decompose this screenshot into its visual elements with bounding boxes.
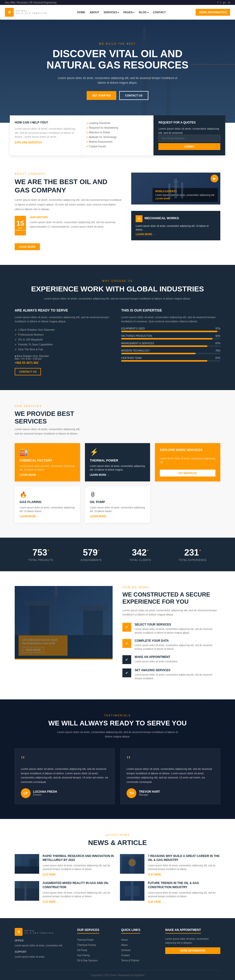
- mechanical-learn-link[interactable]: LEARN MORE →: [136, 233, 155, 235]
- news-card-1: RAPID THERMAL RESEARCH AND INNOVATION IN…: [15, 854, 115, 877]
- svg-rect-16: [169, 184, 170, 198]
- footer-support-label: SUPPORT: [15, 950, 70, 954]
- news-title-4: FUTURE TRENDS IN THE OIL & GAS CONSTRUCT…: [148, 881, 220, 889]
- footer-link-4[interactable]: Contact: [121, 954, 129, 957]
- progress-team: CERTIFIED TEAM 87%: [121, 357, 220, 362]
- read-more-button[interactable]: READ MORE: [15, 243, 40, 250]
- nav-services[interactable]: SERVICES: [104, 11, 119, 14]
- explore-services-link[interactable]: EXPLORE SERVICES: [15, 141, 42, 144]
- linkedin-link[interactable]: in: [228, 1, 230, 4]
- step-1-title: SELECT YOUR SERVICES: [135, 623, 220, 626]
- footer-service-3[interactable]: Oil Pump: [77, 949, 87, 951]
- stat-assessments: 579⁺ Assessments: [81, 547, 102, 562]
- gas-learn-link[interactable]: LEARN MORE →: [20, 515, 39, 518]
- svg-point-32: [129, 859, 136, 866]
- twitter-link[interactable]: t: [220, 1, 221, 4]
- news-content-4: FUTURE TRENDS IN THE OIL & GAS CONSTRUCT…: [148, 881, 220, 904]
- global-contact-button[interactable]: CONTACT US: [15, 368, 41, 375]
- play-button[interactable]: ▶: [211, 175, 218, 182]
- footer-service-1[interactable]: Thermal Power: [77, 939, 94, 941]
- contact-us-button[interactable]: CONTACT US: [119, 91, 148, 100]
- progress-technology-pct: 75%: [215, 349, 220, 352]
- news-title: NEWS & ARTICLE: [15, 839, 220, 847]
- logo[interactable]: ⚙ PETROL OIL & GAS TEMPLATE: [5, 8, 47, 17]
- footer-appt-button[interactable]: MORE INFORMATION: [165, 947, 220, 954]
- testimonials-title: WE WILL ALWAYS READY TO SERVE YOU: [15, 719, 220, 727]
- footer-link-3[interactable]: Services: [121, 949, 131, 951]
- global-right-col: THIS IS OUR EXPERTISE Lorem ipsum dolor …: [121, 308, 220, 375]
- quote-submit-button[interactable]: SUBMIT: [158, 143, 220, 150]
- services-section: OUR SERVICES WE PROVIDE BEST SERVICES Lo…: [0, 390, 235, 538]
- news-link-1[interactable]: CLIC HERE →: [43, 873, 59, 876]
- info-bar: HOW CAN I HELP YOU? Lorem ipsum dolor si…: [10, 115, 225, 155]
- info-col-quote: REQUEST FOR A QUOTES Lorem ipsum dolor s…: [153, 115, 225, 155]
- logo-icon: ⚙: [5, 8, 14, 17]
- step-1-text: SELECT YOUR SERVICES Lorem ipsum dolor s…: [135, 623, 220, 635]
- global-eyebrow: WHY CHOOSE US: [15, 280, 220, 282]
- stat-projects-label: Total Projects: [28, 559, 53, 562]
- about-text: Lorem ipsum dolor sit amet, consectetur …: [15, 197, 121, 212]
- news-link-3[interactable]: CLIC HERE →: [43, 900, 59, 903]
- footer-service-4[interactable]: Gas Flaring: [77, 954, 90, 957]
- how-left: Let's talk about how we stand No.10 posi…: [15, 586, 113, 660]
- hero-eyebrow: WE BUILD THE BEST: [44, 43, 191, 45]
- quote-mark-2: ": [126, 755, 214, 764]
- svg-rect-34: [20, 881, 34, 888]
- hero-content: WE BUILD THE BEST DISCOVER VITAL OIL AND…: [44, 43, 191, 100]
- footer-link-1[interactable]: Home: [121, 939, 128, 941]
- social-links[interactable]: f t g+ in: [218, 1, 230, 4]
- explore-services-button[interactable]: GO SERVICES: [160, 469, 215, 477]
- footer-link-2[interactable]: About: [121, 943, 128, 947]
- about-eyebrow: ABOUT COMPANY: [15, 173, 121, 175]
- testimonials-grid: " Lorem ipsum dolor sit amet, consectetu…: [15, 748, 220, 804]
- news-eyebrow: LATEST NEWS: [15, 834, 220, 837]
- facebook-link[interactable]: f: [218, 1, 218, 4]
- news-title-2: 7 REASONS WHY BUILD A GREAT CAREER IN TH…: [148, 854, 220, 862]
- oil-learn-link[interactable]: LEARN MORE →: [90, 515, 109, 518]
- oil-icon: 🛢: [90, 491, 145, 498]
- testimonial-1-avatar: LF: [21, 788, 31, 798]
- nav-contact[interactable]: CONTACT: [153, 11, 166, 14]
- svg-rect-27: [21, 856, 25, 858]
- testimonial-1-role: Director: [33, 794, 57, 796]
- feature-item-5: Market Assessment: [87, 140, 148, 144]
- footer-service-5[interactable]: Oil & Gas Services: [77, 959, 98, 962]
- footer-appt-text: Lorem ipsum dolor sit amet, consectetur …: [165, 937, 220, 945]
- step-2-icon: ✔: [122, 639, 131, 648]
- news-text-2: Lorem ipsum dolor sit amet, consectetur …: [148, 864, 220, 871]
- gas-icon: 🔥: [20, 491, 75, 498]
- footer-service-2[interactable]: Chemical Factory: [77, 943, 96, 947]
- footer-link-5[interactable]: Terms & Policies: [121, 959, 139, 962]
- nav-home[interactable]: HOME: [77, 11, 85, 14]
- stat-experience-label: Total Experience: [179, 559, 207, 562]
- progress-equipments-pct: 97%: [215, 327, 220, 330]
- quote-email-input[interactable]: [158, 135, 220, 142]
- testimonial-2-name: TREVOR HART: [139, 790, 160, 794]
- serve-item-1: 1 Back Rotation Hz/s Diameter: [15, 327, 114, 332]
- nav-about[interactable]: ABOUT: [90, 11, 99, 14]
- thermal-learn-link[interactable]: LEARN MORE →: [90, 474, 109, 476]
- googleplus-link[interactable]: g+: [223, 1, 226, 4]
- chemical-icon: 🏭: [20, 448, 75, 456]
- news-card-4: FUTURE TRENDS IN THE OIL & GAS CONSTRUCT…: [120, 881, 220, 904]
- svg-rect-15: [172, 186, 180, 187]
- footer-appt-title: MAKE AN APPOINTMENT: [165, 928, 201, 934]
- gas-text: Lorem ipsum dolor sit amet, consectetur …: [20, 506, 75, 513]
- get-started-button[interactable]: GET STARTED: [87, 91, 116, 100]
- news-link-4[interactable]: CLIC HERE →: [148, 900, 164, 903]
- step-1-desc: Lorem ipsum dolor sit amet, consectetur …: [135, 627, 220, 635]
- news-link-2[interactable]: CLIC HERE →: [148, 873, 164, 876]
- expertise-title: THIS IS OUR EXPERTISE: [121, 308, 220, 312]
- news-section: LATEST NEWS NEWS & ARTICLE RAPID THERMAL…: [0, 819, 235, 918]
- news-content-1: RAPID THERMAL RESEARCH AND INNOVATION IN…: [43, 854, 115, 877]
- nav-blog[interactable]: BLOG: [139, 11, 148, 14]
- svg-rect-35: [24, 883, 27, 901]
- step-3-title: MAKE AN APPOINTMENT: [135, 655, 178, 659]
- chemical-learn-link[interactable]: LEARN MORE →: [20, 474, 39, 476]
- footer-support-text: Lorem ipsum dolor sit amet.: [15, 955, 70, 959]
- footer-logo-icon: ⚙: [15, 928, 22, 936]
- nav-pages[interactable]: PAGES: [123, 11, 134, 14]
- stat-projects-num: 753⁺: [28, 547, 53, 558]
- stat-clients-label: Total Clients: [129, 559, 151, 562]
- header-cta-button[interactable]: MORE INFORMATION: [196, 9, 230, 16]
